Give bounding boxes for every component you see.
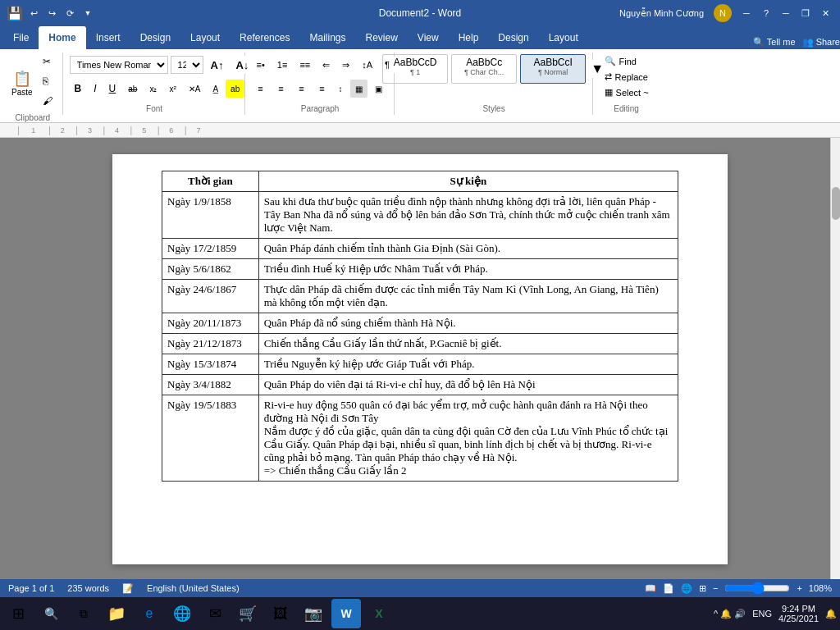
align-left-btn[interactable]: ≡	[252, 80, 270, 98]
autosave-btn[interactable]: ⟳	[62, 6, 77, 21]
tab-layout2[interactable]: Layout	[539, 26, 588, 49]
close-btn[interactable]: ✕	[817, 5, 833, 21]
paragraph-group: ≡• 1≡ ≡≡ ⇐ ⇒ ↕A ¶ ≡ ≡ ≡ ≡ ↕ ▦ ▣ Paragrap…	[247, 52, 395, 115]
zoom-in-btn[interactable]: +	[797, 583, 801, 593]
view-print-btn[interactable]: 📄	[663, 583, 674, 594]
start-icon: ⊞	[12, 605, 25, 623]
cut-btn[interactable]: ✂	[38, 54, 57, 72]
search-btn[interactable]: 🔍	[36, 599, 66, 628]
numbering-btn[interactable]: 1≡	[272, 56, 293, 74]
tab-layout[interactable]: Layout	[180, 26, 230, 49]
increase-font-btn[interactable]: A↑	[206, 56, 229, 74]
highlight-btn[interactable]: ab	[226, 80, 244, 98]
font-color-btn[interactable]: A	[208, 80, 223, 98]
excel-btn[interactable]: X	[364, 599, 394, 628]
tab-file[interactable]: File	[3, 26, 39, 49]
word-taskbar-btn[interactable]: W	[331, 599, 361, 628]
strikethrough-btn[interactable]: ab	[123, 80, 142, 98]
edge-btn[interactable]: e	[135, 599, 164, 628]
chrome-btn[interactable]: 🌐	[167, 599, 197, 628]
table-row: Ngày 15/3/1874Triều Nguyễn ký hiệp ước G…	[162, 354, 678, 375]
zoom-out-btn[interactable]: −	[713, 583, 718, 593]
superscript-btn[interactable]: x²	[164, 80, 180, 98]
format-painter-btn[interactable]: 🖌	[38, 94, 57, 112]
tab-home[interactable]: Home	[39, 26, 85, 49]
bullets-btn[interactable]: ≡•	[252, 56, 270, 74]
table-cell-event: Triều đình Huế ký Hiệp ước Nhâm Tuất với…	[258, 259, 678, 280]
ribbon-tabs: File Home Insert Design Layout Reference…	[0, 26, 840, 49]
subscript-btn[interactable]: x₂	[144, 80, 162, 98]
table-row: Ngày 3/4/1882Quân Pháp do viên đại tá Ri…	[162, 375, 678, 395]
decrease-indent-btn[interactable]: ⇐	[317, 56, 335, 74]
user-name: Nguyễn Minh Cương	[619, 8, 704, 19]
sort-btn[interactable]: ↕A	[357, 56, 377, 74]
mail-btn[interactable]: ✉	[200, 599, 230, 628]
shading-btn[interactable]: ▦	[350, 80, 368, 98]
style-heading[interactable]: AaBbCcI ¶ Normal	[520, 54, 586, 84]
increase-indent-btn[interactable]: ⇒	[337, 56, 354, 74]
editing-buttons: 🔍 Find ⇄ Replace ▦ Select ~	[600, 54, 654, 99]
windows-store-btn[interactable]: 🛒	[233, 599, 262, 628]
tab-help[interactable]: Help	[449, 26, 489, 49]
clear-format-btn[interactable]: ✕A	[184, 80, 206, 98]
notification-btn[interactable]: 🔔	[825, 609, 837, 619]
view-web-btn[interactable]: 🌐	[681, 583, 692, 594]
task-view-btn[interactable]: ⧉	[69, 599, 98, 628]
keyboard-indicator: ENG	[752, 609, 772, 619]
find-icon: 🔍	[605, 56, 616, 66]
ruler: │ 1 │ 2 │ 3 │ 4 │ 5 │ 6 │ 7	[0, 123, 840, 138]
scrollbar-thumb[interactable]	[832, 187, 840, 220]
minimize-btn[interactable]: ─	[778, 5, 794, 21]
tab-review[interactable]: Review	[355, 26, 407, 49]
tab-mailings[interactable]: Mailings	[299, 26, 355, 49]
table-cell-event: Triều Nguyễn ký hiệp ước Giáp Tuất với P…	[258, 354, 678, 375]
vertical-scrollbar[interactable]	[830, 138, 840, 579]
share-btn[interactable]: 👥 Share	[802, 37, 840, 48]
tab-design[interactable]: Design	[130, 26, 180, 49]
find-btn[interactable]: 🔍 Find	[600, 54, 654, 68]
redo-btn[interactable]: ↪	[44, 6, 59, 21]
greenshot-btn[interactable]: 📷	[299, 599, 328, 628]
multilevel-btn[interactable]: ≡≡	[294, 56, 315, 74]
font-row1: Times New Roman 12 A↑ A↓	[70, 54, 240, 75]
paste-btn[interactable]: 📋 Paste	[8, 68, 36, 98]
copy-btn[interactable]: ⎘	[38, 74, 57, 92]
customize-qa-btn[interactable]: ▼	[80, 6, 95, 21]
italic-btn[interactable]: I	[89, 80, 101, 98]
ribbon-content: 📋 Paste ✂ ⎘ 🖌 Clipboard Times New Roman …	[0, 49, 840, 123]
help-btn[interactable]: ?	[758, 5, 774, 21]
tab-insert[interactable]: Insert	[86, 26, 130, 49]
align-right-btn[interactable]: ≡	[293, 80, 311, 98]
tell-me-input[interactable]: 🔍 Tell me	[753, 37, 796, 48]
tab-references[interactable]: References	[230, 26, 299, 49]
underline-btn[interactable]: U	[104, 80, 121, 98]
ribbon-collapse-btn[interactable]: ─	[738, 5, 755, 21]
line-spacing-btn[interactable]: ↕	[334, 80, 348, 98]
title-bar-right: Nguyễn Minh Cương N ─ ? ─ ❐ ✕	[619, 4, 833, 22]
zoom-slider[interactable]	[724, 582, 790, 595]
style-char-char[interactable]: AaBbCc ¶ Char Ch...	[451, 54, 517, 84]
search-icon: 🔍	[44, 607, 58, 620]
clipboard-group: 📋 Paste ✂ ⎘ 🖌 Clipboard	[3, 52, 63, 115]
focus-btn[interactable]: ⊞	[699, 583, 706, 594]
select-btn[interactable]: ▦ Select ~	[600, 85, 654, 99]
align-center-btn[interactable]: ≡	[272, 80, 290, 98]
task-view-icon: ⧉	[80, 607, 88, 621]
start-btn[interactable]: ⊞	[3, 599, 33, 628]
tab-design2[interactable]: Design	[488, 26, 538, 49]
photos-btn[interactable]: 🖼	[266, 599, 295, 628]
tab-view[interactable]: View	[408, 26, 449, 49]
view-read-btn[interactable]: 📖	[645, 583, 656, 594]
undo-btn[interactable]: ↩	[26, 6, 41, 21]
font-name-select[interactable]: Times New Roman	[70, 56, 168, 74]
taskbar: ⊞ 🔍 ⧉ 📁 e 🌐 ✉ 🛒 🖼 📷 W X ^ 🔔 🔊 ENG 9:24 P…	[0, 597, 840, 630]
document-table: Thời gian Sự kiện Ngày 1/9/1858Sau khi đ…	[162, 171, 678, 482]
bold-btn[interactable]: B	[70, 80, 87, 98]
taskbar-clock[interactable]: 9:24 PM 4/25/2021	[778, 604, 819, 623]
maximize-btn[interactable]: ❐	[797, 5, 814, 21]
justify-btn[interactable]: ≡	[313, 80, 331, 98]
replace-btn[interactable]: ⇄ Replace	[600, 70, 654, 84]
file-explorer-btn[interactable]: 📁	[102, 599, 131, 628]
font-size-select[interactable]: 12	[171, 56, 203, 74]
style-normal[interactable]: AaBbCcD ¶ 1	[382, 54, 448, 84]
